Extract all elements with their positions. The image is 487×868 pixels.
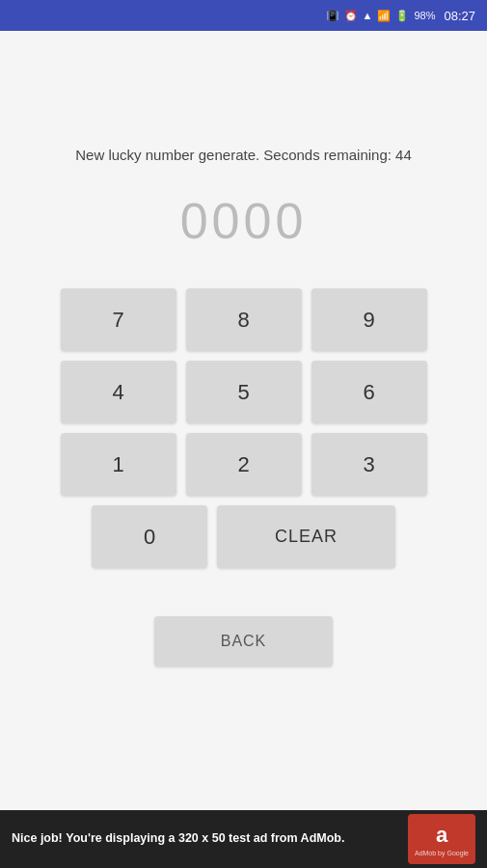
ad-logo-sub: AdMob by Google	[415, 850, 469, 856]
ad-logo-letter: a	[436, 823, 447, 848]
key-2[interactable]: 2	[186, 433, 302, 496]
key-4[interactable]: 4	[61, 361, 176, 423]
keypad-row-1: 7 8 9	[61, 288, 427, 351]
wifi-icon: ▲	[363, 10, 373, 21]
key-1[interactable]: 1	[61, 433, 176, 496]
status-icons: 📳 ⏰ ▲ 📶 🔋 98% 08:27	[326, 9, 475, 23]
status-time: 08:27	[444, 9, 475, 23]
ad-bold-text: Nice job!	[12, 831, 63, 845]
keypad-row-bottom: 0 CLEAR	[92, 505, 395, 568]
key-8[interactable]: 8	[186, 288, 302, 351]
alarm-icon: ⏰	[344, 10, 358, 22]
ad-logo: a AdMob by Google	[408, 814, 475, 864]
info-text: New lucky number generate. Seconds remai…	[75, 147, 412, 163]
key-7[interactable]: 7	[61, 288, 176, 351]
keypad-row-3: 1 2 3	[61, 433, 427, 496]
key-5[interactable]: 5	[186, 361, 302, 423]
number-display: 0000	[180, 192, 308, 250]
battery-icon: 🔋	[395, 10, 409, 22]
keypad: 7 8 9 4 5 6 1 2 3 0 CLEAR	[61, 288, 427, 568]
ad-banner: Nice job! You're displaying a 320 x 50 t…	[0, 810, 487, 868]
keypad-row-2: 4 5 6	[61, 361, 427, 423]
key-0[interactable]: 0	[92, 505, 207, 568]
ad-text: Nice job! You're displaying a 320 x 50 t…	[12, 830, 398, 848]
ad-body-text: You're displaying a 320 x 50 test ad fro…	[66, 831, 344, 845]
vibrate-icon: 📳	[326, 10, 339, 22]
key-6[interactable]: 6	[311, 361, 427, 423]
back-button[interactable]: BACK	[154, 616, 333, 666]
clear-button[interactable]: CLEAR	[217, 505, 395, 568]
signal-icon: 📶	[377, 10, 391, 22]
main-content: New lucky number generate. Seconds remai…	[0, 31, 487, 810]
status-bar: 📳 ⏰ ▲ 📶 🔋 98% 08:27	[0, 0, 487, 31]
key-3[interactable]: 3	[311, 433, 427, 496]
key-9[interactable]: 9	[311, 288, 427, 351]
battery-percent: 98%	[414, 10, 435, 21]
